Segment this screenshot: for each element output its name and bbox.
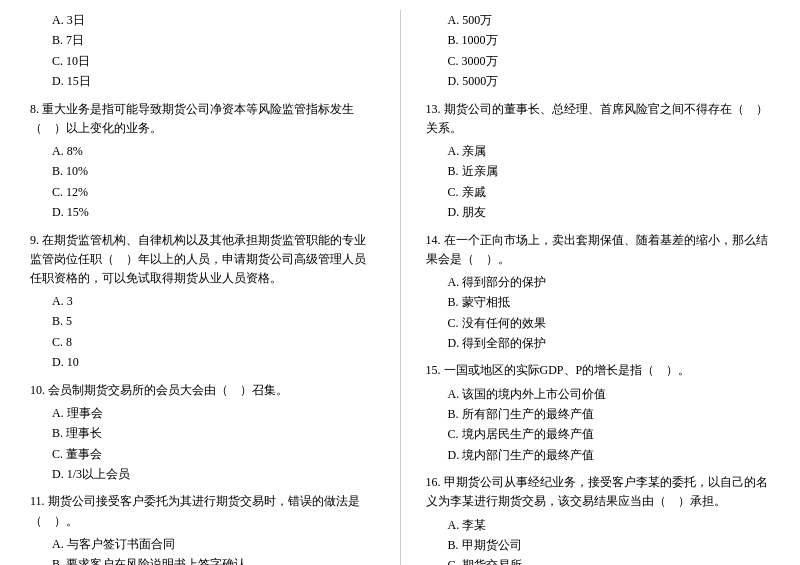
option-item: B. 所有部门生产的最终产值 bbox=[436, 404, 771, 424]
question-block-15: 15. 一国或地区的实际GDP、P的增长是指（ ）。 A. 该国的境内外上市公司… bbox=[426, 361, 771, 465]
question-text-9: 9. 在期货监管机构、自律机构以及其他承担期货监管职能的专业监管岗位任职（ ）年… bbox=[30, 231, 375, 289]
options-10: A. 理事会 B. 理事长 C. 董事会 D. 1/3以上会员 bbox=[30, 403, 375, 485]
option-item: C. 期货交易所 bbox=[436, 555, 771, 565]
option-item: D. 15% bbox=[40, 202, 375, 222]
options-cont-left: A. 3日 B. 7日 C. 10日 D. 15日 bbox=[30, 10, 375, 92]
option-item: D. 得到全部的保护 bbox=[436, 333, 771, 353]
option-item: B. 理事长 bbox=[40, 423, 375, 443]
options-cont-right: A. 500万 B. 1000万 C. 3000万 D. 5000万 bbox=[426, 10, 771, 92]
options-13: A. 亲属 B. 近亲属 C. 亲戚 D. 朋友 bbox=[426, 141, 771, 223]
option-item: D. 朋友 bbox=[436, 202, 771, 222]
right-column: A. 500万 B. 1000万 C. 3000万 D. 5000万 13. 期… bbox=[426, 10, 771, 565]
question-text-16: 16. 甲期货公司从事经纪业务，接受客户李某的委托，以自己的名义为李某进行期货交… bbox=[426, 473, 771, 511]
options-8: A. 8% B. 10% C. 12% D. 15% bbox=[30, 141, 375, 223]
option-item: A. 得到部分的保护 bbox=[436, 272, 771, 292]
option-item: A. 500万 bbox=[436, 10, 771, 30]
question-block-cont-right: A. 500万 B. 1000万 C. 3000万 D. 5000万 bbox=[426, 10, 771, 92]
option-item: D. 1/3以上会员 bbox=[40, 464, 375, 484]
option-item: C. 3000万 bbox=[436, 51, 771, 71]
option-item: B. 蒙守相抵 bbox=[436, 292, 771, 312]
option-item: D. 5000万 bbox=[436, 71, 771, 91]
question-text-15: 15. 一国或地区的实际GDP、P的增长是指（ ）。 bbox=[426, 361, 771, 380]
option-item: B. 5 bbox=[40, 311, 375, 331]
question-block-14: 14. 在一个正向市场上，卖出套期保值、随着基差的缩小，那么结果会是（ ）。 A… bbox=[426, 231, 771, 354]
option-item: A. 3 bbox=[40, 291, 375, 311]
question-text-11: 11. 期货公司接受客户委托为其进行期货交易时，错误的做法是（ ）。 bbox=[30, 492, 375, 530]
options-11: A. 与客户签订书面合同 B. 要求客户在风险说明书上签字确认 C. 事先向客户… bbox=[30, 534, 375, 565]
option-item: B. 近亲属 bbox=[436, 161, 771, 181]
option-item: D. 境内部门生产的最终产值 bbox=[436, 445, 771, 465]
option-item: A. 亲属 bbox=[436, 141, 771, 161]
option-item: D. 10 bbox=[40, 352, 375, 372]
option-item: D. 15日 bbox=[40, 71, 375, 91]
question-block-8: 8. 重大业务是指可能导致期货公司净资本等风险监管指标发生（ ）以上变化的业务。… bbox=[30, 100, 375, 223]
option-item: A. 该国的境内外上市公司价值 bbox=[436, 384, 771, 404]
option-item: C. 10日 bbox=[40, 51, 375, 71]
option-item: C. 董事会 bbox=[40, 444, 375, 464]
option-item: B. 7日 bbox=[40, 30, 375, 50]
option-item: A. 李某 bbox=[436, 515, 771, 535]
question-block-10: 10. 会员制期货交易所的会员大会由（ ）召集。 A. 理事会 B. 理事长 C… bbox=[30, 381, 375, 485]
question-block-11: 11. 期货公司接受客户委托为其进行期货交易时，错误的做法是（ ）。 A. 与客… bbox=[30, 492, 375, 565]
options-16: A. 李某 B. 甲期货公司 C. 期货交易所 D. 甲期货公司和李某 bbox=[426, 515, 771, 565]
option-item: B. 甲期货公司 bbox=[436, 535, 771, 555]
option-item: C. 亲戚 bbox=[436, 182, 771, 202]
question-block-cont-left: A. 3日 B. 7日 C. 10日 D. 15日 bbox=[30, 10, 375, 92]
option-item: A. 理事会 bbox=[40, 403, 375, 423]
question-block-9: 9. 在期货监管机构、自律机构以及其他承担期货监管职能的专业监管岗位任职（ ）年… bbox=[30, 231, 375, 373]
option-item: A. 3日 bbox=[40, 10, 375, 30]
question-text-10: 10. 会员制期货交易所的会员大会由（ ）召集。 bbox=[30, 381, 375, 400]
column-divider bbox=[400, 10, 401, 565]
left-column: A. 3日 B. 7日 C. 10日 D. 15日 8. 重大业务是指可能导致期… bbox=[30, 10, 375, 565]
question-text-8: 8. 重大业务是指可能导致期货公司净资本等风险监管指标发生（ ）以上变化的业务。 bbox=[30, 100, 375, 138]
question-text-14: 14. 在一个正向市场上，卖出套期保值、随着基差的缩小，那么结果会是（ ）。 bbox=[426, 231, 771, 269]
option-item: B. 1000万 bbox=[436, 30, 771, 50]
options-15: A. 该国的境内外上市公司价值 B. 所有部门生产的最终产值 C. 境内居民生产… bbox=[426, 384, 771, 466]
option-item: B. 10% bbox=[40, 161, 375, 181]
question-block-16: 16. 甲期货公司从事经纪业务，接受客户李某的委托，以自己的名义为李某进行期货交… bbox=[426, 473, 771, 565]
option-item: C. 境内居民生产的最终产值 bbox=[436, 424, 771, 444]
options-14: A. 得到部分的保护 B. 蒙守相抵 C. 没有任何的效果 D. 得到全部的保护 bbox=[426, 272, 771, 354]
question-block-13: 13. 期货公司的董事长、总经理、首席风险官之间不得存在（ ）关系。 A. 亲属… bbox=[426, 100, 771, 223]
main-content: A. 3日 B. 7日 C. 10日 D. 15日 8. 重大业务是指可能导致期… bbox=[30, 10, 770, 565]
option-item: B. 要求客户在风险说明书上签字确认 bbox=[40, 554, 375, 565]
option-item: C. 8 bbox=[40, 332, 375, 352]
option-item: A. 与客户签订书面合同 bbox=[40, 534, 375, 554]
option-item: C. 没有任何的效果 bbox=[436, 313, 771, 333]
options-9: A. 3 B. 5 C. 8 D. 10 bbox=[30, 291, 375, 373]
question-text-13: 13. 期货公司的董事长、总经理、首席风险官之间不得存在（ ）关系。 bbox=[426, 100, 771, 138]
option-item: C. 12% bbox=[40, 182, 375, 202]
option-item: A. 8% bbox=[40, 141, 375, 161]
